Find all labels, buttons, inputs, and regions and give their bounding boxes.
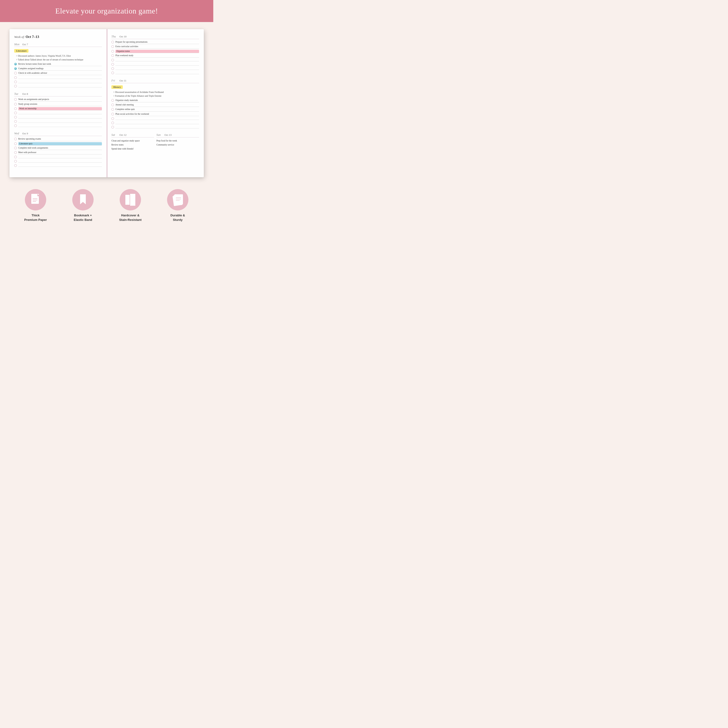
task-checkbox[interactable] bbox=[112, 45, 114, 48]
task-checkbox[interactable] bbox=[112, 108, 114, 111]
task-checkbox[interactable] bbox=[112, 59, 114, 61]
day-notes-fri: > Discussed assassination of Archduke Fr… bbox=[113, 90, 199, 98]
task-checkbox[interactable] bbox=[112, 72, 114, 74]
task-checkbox[interactable] bbox=[14, 164, 17, 167]
task-text: Plan social activities for the weekend bbox=[115, 113, 199, 116]
task-item: Review lecture notes from last week bbox=[14, 63, 102, 66]
task-checkbox[interactable] bbox=[14, 160, 17, 162]
tag-literature: Literature bbox=[14, 49, 28, 53]
feature-paper: ThickPremium Paper bbox=[17, 189, 55, 222]
task-text bbox=[18, 76, 102, 79]
task-text bbox=[115, 71, 199, 74]
task-text: Organize study materials bbox=[115, 99, 199, 102]
task-item: Literature quiz bbox=[14, 142, 102, 145]
task-checkbox[interactable] bbox=[14, 147, 17, 149]
day-name-sat: Sat bbox=[112, 133, 118, 137]
task-checkbox[interactable] bbox=[14, 124, 17, 127]
feature-circle-hardcover bbox=[120, 189, 141, 210]
task-checkbox[interactable] bbox=[112, 54, 114, 57]
day-header-mon: Mon Oct 7 bbox=[14, 43, 102, 47]
task-checkbox[interactable] bbox=[14, 98, 17, 101]
task-checkbox[interactable] bbox=[112, 50, 114, 53]
task-text: Attend club meeting bbox=[115, 103, 199, 107]
day-section-thu: Thu Oct 10 Prepare for upcoming presenta… bbox=[112, 35, 199, 75]
task-text bbox=[18, 116, 102, 118]
sun-tasks: Prep food for the week Community service bbox=[156, 139, 199, 147]
day-date-tue: Oct 8 bbox=[22, 92, 28, 95]
day-header-tue: Tue Oct 8 bbox=[14, 92, 102, 96]
sat-task-1: Clean and organize study space bbox=[112, 139, 154, 143]
task-checkbox[interactable] bbox=[14, 67, 17, 70]
task-checkbox[interactable] bbox=[14, 72, 17, 74]
task-checkbox[interactable] bbox=[112, 67, 114, 70]
task-checkbox[interactable] bbox=[14, 120, 17, 123]
features-section: ThickPremium Paper Bookmark +Elastic Ban… bbox=[0, 184, 213, 229]
task-text bbox=[18, 156, 102, 158]
feature-label-bookmark: Bookmark +Elastic Band bbox=[74, 213, 92, 222]
task-item: Meet with professor bbox=[14, 151, 102, 154]
task-checkbox[interactable] bbox=[112, 113, 114, 115]
day-name-fri: Fri bbox=[112, 79, 118, 83]
sun-task-1: Prep food for the week bbox=[156, 139, 199, 143]
task-item bbox=[14, 112, 102, 115]
task-checkbox[interactable] bbox=[14, 103, 17, 106]
task-checkbox[interactable] bbox=[112, 122, 114, 124]
task-item bbox=[112, 125, 199, 129]
task-checkbox[interactable] bbox=[14, 76, 17, 79]
planner-wrapper: Week of: Oct 7–13 Mon Oct 7 Literature >… bbox=[0, 22, 213, 184]
task-item bbox=[112, 58, 199, 62]
task-item: Check in with academic advisor bbox=[14, 72, 102, 75]
task-text: Extra curricular activities bbox=[115, 45, 199, 49]
day-section-mon: Mon Oct 7 Literature > Discussed authors… bbox=[14, 43, 102, 88]
task-text bbox=[115, 117, 199, 120]
task-list-thu: Prepare for upcoming presentations Extra… bbox=[112, 41, 199, 75]
task-checkbox[interactable] bbox=[112, 41, 114, 43]
task-checkbox[interactable] bbox=[14, 156, 17, 158]
task-item: Plan social activities for the weekend bbox=[112, 113, 199, 116]
task-checkbox[interactable] bbox=[112, 99, 114, 102]
task-checkbox[interactable] bbox=[14, 81, 17, 83]
task-item bbox=[112, 71, 199, 75]
task-checkbox[interactable] bbox=[112, 117, 114, 120]
day-header-thu: Thu Oct 10 bbox=[112, 35, 199, 39]
task-item: Organize study materials bbox=[112, 99, 199, 102]
task-item bbox=[14, 160, 102, 163]
task-item bbox=[112, 121, 199, 125]
task-checkbox[interactable] bbox=[112, 126, 114, 128]
planner-left-page: Week of: Oct 7–13 Mon Oct 7 Literature >… bbox=[9, 29, 107, 177]
task-text: Review lecture notes from last week bbox=[18, 63, 102, 66]
day-name-tue: Tue bbox=[14, 92, 21, 96]
paper-icon bbox=[30, 193, 41, 206]
task-checkbox[interactable] bbox=[14, 85, 17, 87]
task-text bbox=[115, 63, 199, 66]
day-date-sun: Oct 13 bbox=[164, 133, 171, 136]
task-text: Prepare for upcoming presentations bbox=[115, 41, 199, 44]
task-item: Work on internship bbox=[14, 107, 102, 110]
task-checkbox[interactable] bbox=[112, 104, 114, 106]
task-item bbox=[14, 124, 102, 127]
task-checkbox[interactable] bbox=[14, 116, 17, 118]
svg-rect-9 bbox=[174, 194, 183, 204]
day-name-thu: Thu bbox=[112, 35, 118, 38]
header-title: Elevate your organization game! bbox=[5, 7, 208, 15]
feature-durable: Durable &Sturdy bbox=[159, 189, 197, 222]
day-header-wed: Wed Oct 9 bbox=[14, 132, 102, 136]
task-item: Study group sessions bbox=[14, 102, 102, 106]
task-text bbox=[18, 120, 102, 123]
task-item bbox=[112, 117, 199, 120]
task-checkbox[interactable] bbox=[14, 151, 17, 154]
day-section-tue: Tue Oct 8 Work on assignments and projec… bbox=[14, 92, 102, 127]
day-name-mon: Mon bbox=[14, 43, 21, 46]
feature-label-hardcover: Hardcover &Stain-Resistant bbox=[119, 213, 142, 222]
task-checkbox[interactable] bbox=[14, 107, 17, 110]
task-checkbox[interactable] bbox=[14, 63, 17, 66]
feature-circle-paper bbox=[25, 189, 46, 210]
task-checkbox[interactable] bbox=[112, 63, 114, 66]
task-checkbox[interactable] bbox=[14, 112, 17, 114]
bookmark-icon bbox=[78, 193, 88, 206]
sat-task-3: Spend time with friends! bbox=[112, 147, 154, 151]
day-section-fri: Fri Oct 11 History > Discussed assassina… bbox=[112, 79, 199, 129]
task-checkbox[interactable] bbox=[14, 138, 17, 140]
task-checkbox[interactable] bbox=[14, 142, 17, 145]
durable-icon bbox=[171, 193, 184, 206]
